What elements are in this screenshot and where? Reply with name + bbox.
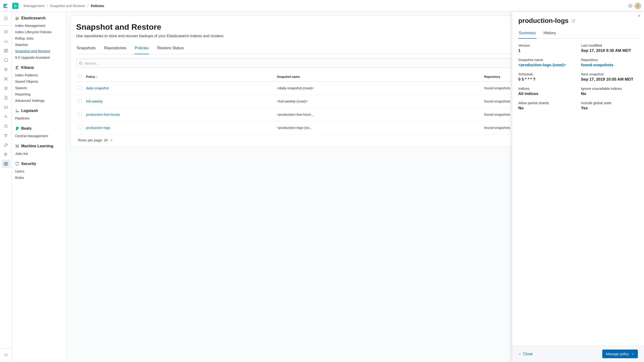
breadcrumb-separator: / bbox=[88, 4, 88, 8]
kibana-logo-icon[interactable] bbox=[3, 3, 8, 9]
svg-point-0 bbox=[629, 4, 632, 7]
breadcrumb-separator: / bbox=[47, 4, 48, 8]
top-header: D Management / Snapshot and Restore / Po… bbox=[0, 0, 644, 12]
svg-point-1 bbox=[630, 5, 631, 6]
breadcrumb-management[interactable]: Management bbox=[24, 4, 44, 8]
breadcrumb-current: Policies bbox=[91, 4, 104, 8]
breadcrumb-snapshot-restore[interactable]: Snapshot and Restore bbox=[50, 4, 85, 8]
breadcrumb: Management / Snapshot and Restore / Poli… bbox=[24, 4, 104, 8]
space-selector[interactable]: D bbox=[12, 3, 18, 9]
user-avatar[interactable]: e bbox=[634, 2, 641, 9]
newsfeed-icon[interactable] bbox=[626, 2, 634, 10]
